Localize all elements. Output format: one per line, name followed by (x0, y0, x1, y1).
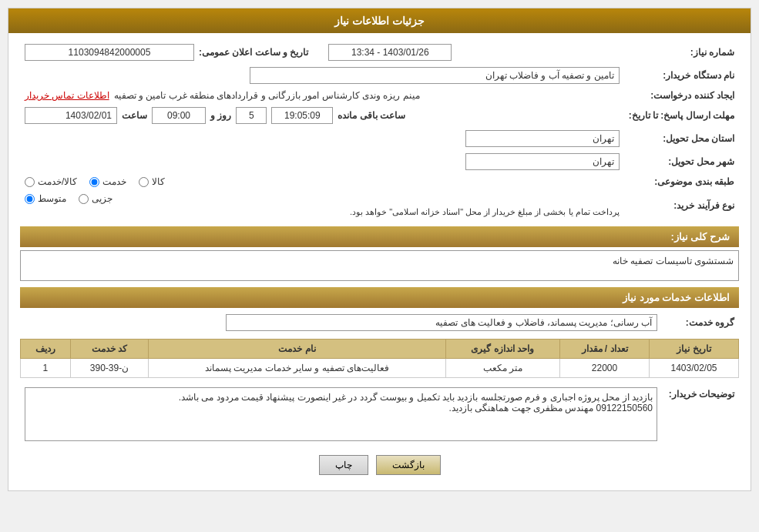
page-wrapper: جزئیات اطلاعات نیاز شماره نیاز: 11030948… (0, 0, 759, 532)
purchase-type-radio-group: متوسط جزیی (25, 193, 620, 204)
category-khadamat-label: خدمت (102, 176, 126, 187)
col-date: تاریخ نیاز (650, 340, 739, 359)
services-section-label: اطلاعات خدمات مورد نیاز (623, 292, 730, 303)
response-time-field: 09:00 (152, 107, 206, 124)
delivery-province-cell: تهران (20, 127, 624, 150)
services-section-header: اطلاعات خدمات مورد نیاز (20, 287, 739, 308)
buyer-org-value: تامین و تصفیه آب و فاضلاب تهران (485, 70, 614, 81)
purchase-type-label: نوع فرآیند خرید: (624, 190, 739, 220)
response-remaining-field: 19:05:09 (271, 107, 333, 124)
purchase-type-option-juzii[interactable]: جزیی (79, 193, 113, 204)
delivery-city-cell: تهران (20, 150, 624, 173)
buyer-org-field: تامین و تصفیه آب و فاضلاب تهران (250, 67, 620, 84)
category-label: طبقه بندی موضوعی: (624, 173, 739, 190)
delivery-province-label: استان محل تحویل: (624, 127, 739, 150)
category-radio-group: کالا/خدمت خدمت کالا (25, 176, 620, 187)
category-kala-khadamat-label: کالا/خدمت (38, 176, 77, 187)
print-button[interactable]: چاپ (319, 455, 368, 475)
need-desc-section-header: شرح کلی نیاز: (20, 226, 739, 247)
content-area: شماره نیاز: 1103094842000005 تاریخ و ساع… (8, 33, 751, 490)
response-remaining-label: ساعت باقی مانده (338, 110, 405, 121)
announce-date-field: 1403/01/26 - 13:34 (328, 44, 452, 61)
cell-row: 1 (21, 359, 71, 378)
row-delivery-province: استان محل تحویل: تهران (20, 127, 739, 150)
category-option-kala-khadamat[interactable]: کالا/خدمت (25, 176, 77, 187)
buyer-org-label: نام دستگاه خریدار: (624, 64, 739, 87)
buyer-notes-field: بازدید از محل پروژه اجباری و فرم صورتجلس… (25, 387, 657, 441)
purchase-type-juzii-label: جزیی (92, 193, 113, 204)
notes-table: توضیحات خریدار: بازدید از محل پروژه اجبا… (20, 384, 739, 444)
table-row: 1403/02/05 22000 متر مکعب فعالیت‌های تصف… (21, 359, 739, 378)
need-desc-area: شستشوی تاسیسات تصفیه خانه (20, 250, 739, 281)
purchase-type-cell: متوسط جزیی پرداخت تمام یا بخشی از مبلغ خ… (20, 190, 624, 220)
row-response-deadline: مهلت ارسال پاسخ: تا تاریخ: 1403/02/01 سا… (20, 104, 739, 127)
back-button[interactable]: بازگشت (376, 455, 441, 475)
creator-contact-link[interactable]: اطلاعات تماس خریدار (25, 90, 109, 101)
cell-code: ن-39-390 (70, 359, 148, 378)
row-creator: ایجاد کننده درخواست: اطلاعات تماس خریدار… (20, 87, 739, 104)
announce-label: تاریخ و ساعت اعلان عمومی: (199, 47, 308, 58)
col-code: کد خدمت (70, 340, 148, 359)
response-date-field: 1403/02/01 (25, 107, 117, 124)
need-desc-field: شستشوی تاسیسات تصفیه خانه (20, 250, 739, 281)
services-table-header-row: تاریخ نیاز تعداد / مقدار واحد اندازه گیر… (21, 340, 739, 359)
service-group-table: گروه خدمت: آب رسانی؛ مدیریت پسماند، فاضل… (20, 311, 739, 334)
purchase-type-note: پرداخت تمام یا بخشی از مبلغ خریدار از مح… (25, 207, 620, 217)
col-quantity: تعداد / مقدار (560, 340, 650, 359)
purchase-type-option-mutawasit[interactable]: متوسط (25, 193, 66, 204)
delivery-city-label: شهر محل تحویل: (624, 150, 739, 173)
response-time-label: ساعت (122, 110, 147, 121)
creator-value: مینم ریزه وندی کارشناس امور بازرگانی و ق… (114, 90, 420, 101)
row-need-number: شماره نیاز: 1103094842000005 تاریخ و ساع… (20, 41, 739, 64)
category-radio-kala-khadamat[interactable] (25, 177, 35, 187)
row-delivery-city: شهر محل تحویل: تهران (20, 150, 739, 173)
response-day-label: روز و (210, 110, 231, 121)
category-option-kala[interactable]: کالا (139, 176, 165, 187)
col-name: نام خدمت (149, 340, 445, 359)
delivery-province-value: تهران (593, 133, 614, 144)
need-number-field: 1103094842000005 (25, 44, 194, 61)
category-kala-label: کالا (152, 176, 165, 187)
row-buyer-notes: توضیحات خریدار: بازدید از محل پروژه اجبا… (20, 384, 739, 444)
category-radio-kala[interactable] (139, 177, 149, 187)
need-number-value: 1103094842000005 تاریخ و ساعت اعلان عموم… (20, 41, 624, 64)
col-row: ردیف (21, 340, 71, 359)
delivery-province-field: تهران (465, 130, 620, 147)
info-table: شماره نیاز: 1103094842000005 تاریخ و ساع… (20, 41, 739, 220)
row-category: طبقه بندی موضوعی: کالا/خدمت خدمت (20, 173, 739, 190)
delivery-city-value: تهران (593, 156, 614, 167)
buyer-notes-text: بازدید از محل پروژه اجباری و فرم صورتجلس… (179, 392, 653, 413)
cell-quantity: 22000 (560, 359, 650, 378)
header-title: جزئیات اطلاعات نیاز (334, 15, 425, 27)
creator-label: ایجاد کننده درخواست: (624, 87, 739, 104)
creator-cell: اطلاعات تماس خریدار مینم ریزه وندی کارشن… (20, 87, 624, 104)
category-option-khadamat[interactable]: خدمت (89, 176, 126, 187)
cell-date: 1403/02/05 (650, 359, 739, 378)
category-cell: کالا/خدمت خدمت کالا (20, 173, 624, 190)
button-container: بازگشت چاپ (20, 447, 739, 483)
row-buyer-org: نام دستگاه خریدار: تامین و تصفیه آب و فا… (20, 64, 739, 87)
service-group-label: گروه خدمت: (662, 311, 739, 334)
response-deadline-label: مهلت ارسال پاسخ: تا تاریخ: (624, 104, 739, 127)
cell-name: فعالیت‌های تصفیه و سایر خدمات مدیریت پسم… (149, 359, 445, 378)
buyer-notes-cell: بازدید از محل پروژه اجباری و فرم صورتجلس… (20, 384, 662, 444)
page-title: جزئیات اطلاعات نیاز (8, 8, 751, 33)
response-deadline-cell: 1403/02/01 ساعت 09:00 روز و 5 19:05:09 س… (20, 104, 624, 127)
delivery-city-field: تهران (465, 153, 620, 170)
col-unit: واحد اندازه گیری (445, 340, 560, 359)
purchase-type-radio-juzii[interactable] (79, 194, 89, 204)
response-day-field: 5 (236, 107, 267, 124)
buyer-org-cell: تامین و تصفیه آب و فاضلاب تهران (20, 64, 624, 87)
need-number-label: شماره نیاز: (624, 41, 739, 64)
row-service-group: گروه خدمت: آب رسانی؛ مدیریت پسماند، فاضل… (20, 311, 739, 334)
purchase-type-radio-mutawasit[interactable] (25, 194, 35, 204)
cell-unit: متر مکعب (445, 359, 560, 378)
service-group-cell: آب رسانی؛ مدیریت پسماند، فاضلاب و فعالیت… (20, 311, 662, 334)
service-group-field: آب رسانی؛ مدیریت پسماند، فاضلاب و فعالیت… (226, 314, 657, 331)
category-radio-khadamat[interactable] (89, 177, 99, 187)
row-purchase-type: نوع فرآیند خرید: متوسط جزیی (20, 190, 739, 220)
buyer-notes-label: توضیحات خریدار: (662, 384, 739, 444)
purchase-type-mutawasit-label: متوسط (38, 193, 66, 204)
services-data-table: تاریخ نیاز تعداد / مقدار واحد اندازه گیر… (20, 339, 739, 378)
main-container: جزئیات اطلاعات نیاز شماره نیاز: 11030948… (8, 8, 751, 491)
